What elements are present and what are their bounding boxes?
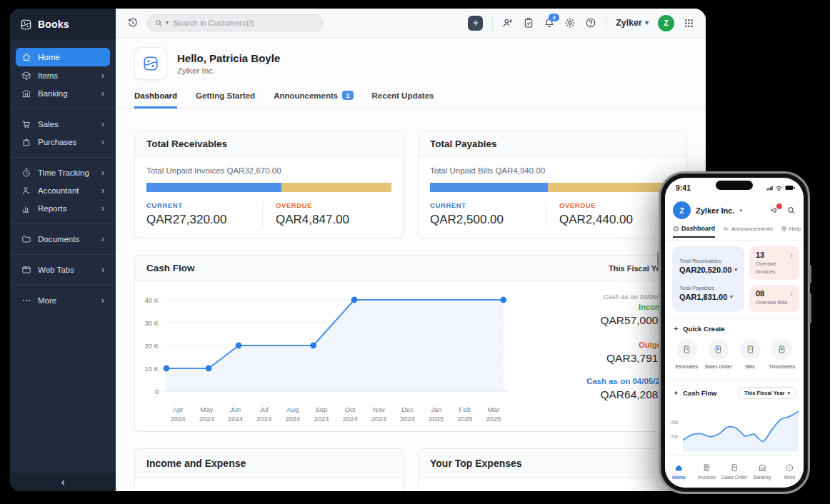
bottom-cards-row: Income and Expense Your Top Expenses	[134, 448, 687, 491]
overdue-bills-card[interactable]: 08 Overdue Bills	[749, 285, 799, 312]
sparkle-icon	[673, 390, 679, 396]
quick-create-label: Sales Order	[705, 363, 732, 370]
folder-icon	[21, 234, 31, 244]
phone-tab-announcements[interactable]: Announcements	[723, 226, 773, 238]
current-label: CURRENT	[146, 201, 262, 209]
phone-cash-flow-section: Cash Flow This Fiscal Year	[673, 387, 796, 399]
help-icon[interactable]	[585, 17, 596, 29]
sidebar-item-sales[interactable]: Sales	[16, 116, 110, 133]
notification-count-badge: 3	[549, 14, 559, 21]
orderdoc-icon	[730, 463, 739, 473]
sidebar-collapse-button[interactable]	[10, 473, 116, 491]
topbar: 3 Zylker Z	[116, 9, 706, 38]
sidebar-item-purchases[interactable]: Purchases	[16, 133, 110, 151]
payables-label: Total Payables	[679, 285, 737, 291]
quick-create-sales-order[interactable]: Sales Order	[703, 339, 735, 370]
phone-nav-home[interactable]: Home	[665, 455, 693, 488]
phone-summary-cards: Total Receivables QAR20,520.00 Total Pay…	[672, 246, 796, 312]
sidebar-item-documents[interactable]: Documents	[16, 231, 110, 248]
x-axis-tick-label: Apr2024	[164, 405, 192, 424]
sidebar-menu: HomeItemsBankingSalesPurchasesTime Track…	[10, 40, 116, 473]
tab-dashboard[interactable]: Dashboard	[134, 91, 177, 109]
global-search[interactable]	[147, 14, 323, 31]
quick-create-button[interactable]	[468, 16, 483, 31]
phone-tab-dashboard[interactable]: Dashboard	[673, 225, 715, 238]
totals-card[interactable]: Total Receivables QAR20,520.00 Total Pay…	[672, 246, 744, 312]
chart-icon	[21, 203, 31, 213]
overdue-invoices-label: Overdue Invoices	[756, 261, 793, 276]
org-switcher[interactable]: Zylker	[616, 18, 649, 28]
caret-down-icon[interactable]	[730, 294, 733, 299]
org-name[interactable]: Zylker Inc.	[696, 206, 734, 215]
sidebar-item-time-tracking[interactable]: Time Tracking	[16, 164, 110, 181]
housefill-icon	[674, 463, 684, 473]
sidebar-item-more[interactable]: More	[16, 292, 110, 309]
search-input[interactable]	[171, 18, 316, 28]
total-payables-card: Total Payables Total Unpaid Bills QAR4,9…	[418, 131, 687, 238]
status-time: 9:41	[676, 183, 691, 192]
desktop-app-window: Books HomeItemsBankingSalesPurchasesTime…	[10, 9, 706, 491]
chevron-right-icon	[101, 71, 104, 80]
phone-nav-label: Invoices	[698, 475, 716, 480]
svg-text:40 K: 40 K	[144, 296, 159, 304]
tab-announcements[interactable]: Announcements1	[274, 91, 353, 109]
recent-history-icon[interactable]	[127, 17, 139, 29]
svg-text:30 K: 30 K	[144, 319, 159, 327]
x-axis-tick-label: Jun2024	[221, 405, 249, 424]
phone-nav-sales-order[interactable]: Sales Order	[721, 455, 749, 488]
quick-create-icon-circle	[771, 339, 792, 360]
x-axis-tick-label: Aug2024	[279, 405, 307, 424]
overdue-bar-segment	[548, 183, 675, 192]
sidebar-header: Books	[10, 9, 116, 40]
settings-icon[interactable]	[564, 17, 576, 29]
overdue-label: OVERDUE	[276, 201, 391, 209]
phone-nav-banking[interactable]: Banking	[748, 455, 776, 488]
search-icon[interactable]	[786, 206, 796, 215]
sidebar-divider	[10, 157, 116, 158]
sidebar-item-reports[interactable]: Reports	[16, 200, 110, 217]
search-scope-caret-icon[interactable]	[166, 20, 169, 26]
tab-getting-started[interactable]: Getting Started	[196, 91, 255, 109]
sidebar-item-accountant[interactable]: Accountant	[16, 182, 110, 199]
caret-down-icon[interactable]	[734, 267, 737, 272]
sidebar-item-web-tabs[interactable]: Web Tabs	[16, 261, 110, 278]
overdue-invoices-card[interactable]: 13 Overdue Invoices	[749, 246, 799, 280]
tab-recent-updates[interactable]: Recent Updates	[372, 91, 434, 109]
phone-y-tick-label: 25k	[671, 420, 678, 425]
phone-nav-label: Sales Order	[721, 475, 747, 480]
x-axis-tick-label: Oct2024	[336, 405, 364, 424]
quick-create-estimates[interactable]: Estimates	[671, 339, 703, 370]
phone-cash-flow-chart: 25k20k	[671, 405, 800, 456]
phone-fiscal-filter[interactable]: This Fiscal Year	[738, 387, 796, 399]
phone-bottom-nav: HomeInvoicesSales OrderBankingMore	[665, 455, 804, 488]
estimates-icon	[682, 345, 691, 354]
notifications-button[interactable]: 3	[544, 17, 555, 29]
bank-icon	[21, 89, 31, 99]
phone-nav-invoices[interactable]: Invoices	[693, 455, 721, 488]
phone-tabs: DashboardAnnouncementsHelp	[673, 225, 799, 238]
phone-tab-label: Announcements	[731, 226, 773, 232]
plus-icon	[471, 19, 480, 27]
main-tabs: DashboardGetting StartedAnnouncements1Re…	[116, 91, 706, 109]
phone-tab-help[interactable]: Help	[781, 226, 801, 238]
sidebar-item-label: Accountant	[38, 186, 95, 195]
outgoing-label: Outgoing	[544, 341, 674, 349]
sidebar-item-banking[interactable]: Banking	[16, 85, 110, 102]
phone-nav-more[interactable]: More	[776, 455, 804, 488]
chevron-right-icon	[101, 186, 104, 195]
person-icon	[21, 186, 31, 196]
apps-grid-icon[interactable]	[684, 18, 694, 29]
phone-tab-label: Help	[789, 226, 801, 232]
org-avatar[interactable]: Z	[673, 201, 691, 219]
overdue-bar-segment	[281, 183, 391, 192]
sidebar-item-home[interactable]: Home	[16, 48, 110, 66]
phone-nav-label: More	[784, 475, 796, 480]
phone-side-button	[809, 293, 811, 323]
sidebar-item-items[interactable]: Items	[16, 67, 110, 84]
refer-users-icon[interactable]	[502, 17, 514, 29]
subscription-icon[interactable]	[523, 17, 534, 29]
user-avatar[interactable]: Z	[658, 15, 674, 31]
announcements-button[interactable]	[770, 206, 779, 215]
quick-create-timesheets[interactable]: Timesheets	[766, 339, 799, 370]
quick-create-bills[interactable]: Bills	[734, 339, 766, 370]
